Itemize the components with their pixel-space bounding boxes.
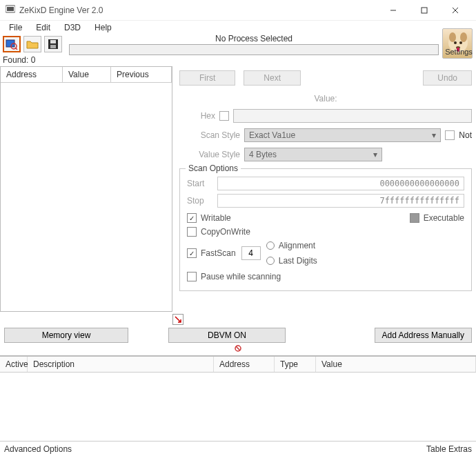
table-extras-link[interactable]: Table Extras: [426, 444, 472, 454]
results-col-value[interactable]: Value: [63, 67, 111, 82]
alignment-label: Alignment: [279, 241, 315, 250]
scan-options-fieldset: Scan Options Start Stop Writable Executa…: [179, 168, 472, 291]
add-address-manually-button[interactable]: Add Address Manually: [375, 328, 472, 343]
svg-rect-11: [50, 45, 56, 48]
menu-help[interactable]: Help: [88, 21, 118, 34]
writable-checkbox[interactable]: [187, 213, 197, 223]
scan-progress-bar: [69, 44, 439, 55]
window-title: ZeKixD Engine Ver 2.0: [19, 6, 103, 15]
menu-file[interactable]: File: [3, 21, 28, 34]
fastscan-value-input[interactable]: [241, 246, 261, 260]
col-value[interactable]: Value: [316, 357, 476, 372]
results-col-address[interactable]: Address: [1, 67, 63, 82]
fastscan-label: FastScan: [201, 248, 236, 258]
pause-checkbox[interactable]: [187, 272, 197, 281]
menu-edit[interactable]: Edit: [30, 21, 57, 34]
value-label: Value:: [314, 94, 337, 103]
resize-handle[interactable]: [172, 314, 184, 325]
first-scan-button[interactable]: First: [179, 70, 235, 86]
svg-line-20: [236, 346, 240, 350]
memory-view-button[interactable]: Memory view: [4, 328, 128, 343]
svg-line-8: [15, 48, 17, 50]
scan-style-value: Exact Va1ue: [249, 130, 295, 140]
select-process-button[interactable]: [3, 36, 21, 52]
chevron-down-icon: ▾: [373, 150, 377, 159]
col-address[interactable]: Address: [214, 357, 275, 372]
not-label: Not: [459, 130, 472, 140]
value-style-select[interactable]: 4 Bytes ▾: [244, 148, 382, 161]
results-col-previous[interactable]: Previous: [111, 67, 172, 82]
lastdigits-label: Last Digits: [279, 256, 317, 266]
hex-checkbox[interactable]: [219, 111, 229, 121]
col-type[interactable]: Type: [275, 357, 316, 372]
settings-label[interactable]: Settings: [443, 48, 475, 56]
stop-icon[interactable]: [234, 344, 242, 354]
col-description[interactable]: Description: [28, 357, 214, 372]
col-active[interactable]: Active: [0, 357, 28, 372]
app-icon: [6, 5, 15, 15]
executable-label: Executable: [424, 213, 464, 223]
svg-point-16: [459, 41, 462, 44]
lastdigits-radio[interactable]: [266, 257, 275, 265]
close-button[interactable]: [439, 0, 470, 21]
copyonwrite-label: CopyOnWrite: [201, 227, 250, 237]
scan-style-select[interactable]: Exact Va1ue ▾: [244, 128, 441, 142]
stop-address-input[interactable]: [217, 194, 464, 208]
menu-bar: File Edit D3D Help: [0, 21, 476, 34]
fastscan-checkbox[interactable]: [187, 248, 197, 258]
open-button[interactable]: [23, 36, 41, 52]
menu-d3d[interactable]: D3D: [58, 21, 87, 34]
svg-rect-10: [50, 40, 56, 43]
svg-point-13: [449, 32, 456, 42]
advanced-options-link[interactable]: Advanced Options: [4, 444, 72, 454]
writable-label: Writable: [201, 213, 231, 223]
hex-label: Hex: [179, 111, 215, 121]
save-button[interactable]: [44, 36, 62, 52]
found-count-label: Found: 0: [0, 54, 476, 66]
chevron-down-icon: ▾: [432, 130, 436, 140]
svg-rect-3: [422, 8, 427, 13]
start-address-input[interactable]: [217, 177, 464, 190]
dbvm-on-button[interactable]: DBVM ON: [168, 328, 286, 343]
undo-scan-button[interactable]: Undo: [423, 70, 472, 86]
svg-point-15: [454, 41, 457, 44]
maximize-button[interactable]: [408, 0, 439, 21]
scan-options-legend: Scan Options: [186, 163, 241, 173]
pause-label: Pause while scanning: [201, 272, 281, 281]
executable-checkbox[interactable]: [410, 213, 419, 223]
not-checkbox[interactable]: [445, 130, 455, 140]
alignment-radio[interactable]: [266, 241, 275, 250]
value-input[interactable]: [233, 109, 472, 123]
svg-rect-1: [7, 7, 14, 11]
process-status-label: No Process Selected: [69, 34, 439, 43]
next-scan-button[interactable]: Next: [244, 70, 301, 86]
start-label: Start: [187, 179, 212, 188]
scan-style-label: Scan Style: [179, 130, 240, 140]
minimize-button[interactable]: [377, 0, 408, 21]
results-list[interactable]: Address Value Previous: [0, 66, 172, 312]
copyonwrite-checkbox[interactable]: [187, 227, 197, 237]
value-style-value: 4 Bytes: [249, 150, 277, 159]
value-style-label: Value Style: [179, 150, 240, 159]
svg-point-14: [460, 32, 467, 42]
stop-label: Stop: [187, 196, 212, 206]
